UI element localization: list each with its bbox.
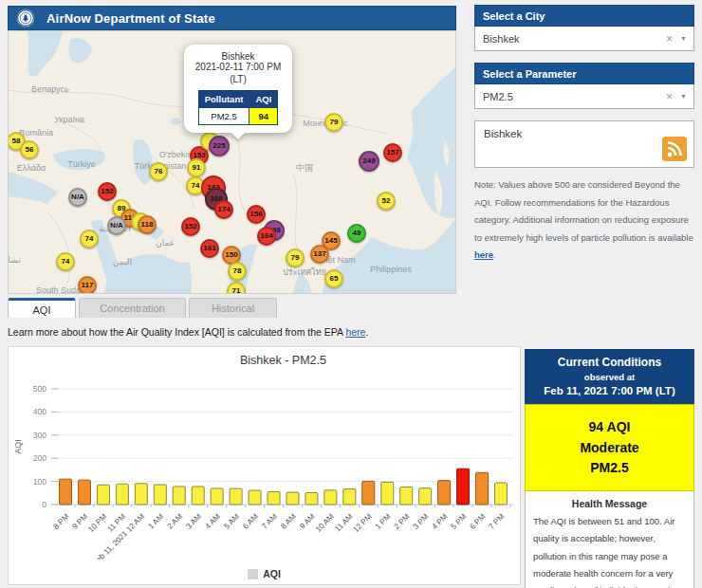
app-title: AirNow Department of State bbox=[46, 11, 215, 26]
aqi-marker[interactable]: 174 bbox=[214, 200, 233, 219]
learn-more-text: Learn more about how the Air Quality Ind… bbox=[8, 326, 345, 338]
note-link[interactable]: here bbox=[474, 249, 493, 260]
aqi-marker[interactable]: 164 bbox=[257, 227, 276, 246]
aqi-marker[interactable]: 156 bbox=[247, 205, 266, 224]
legend-swatch bbox=[248, 569, 258, 579]
learn-more-link[interactable]: here bbox=[345, 326, 365, 338]
city-widget-header: Select a City bbox=[474, 5, 694, 27]
aqi-marker[interactable]: 157 bbox=[383, 143, 402, 162]
aqi-marker[interactable]: 152 bbox=[98, 182, 117, 201]
city-select-value: Bishkek bbox=[483, 28, 666, 50]
aqi-map[interactable]: БеларусьУкраїнаRomâniaΕλλάδαTürkiyeO'zbe… bbox=[8, 30, 456, 294]
conditions-title: Current Conditions bbox=[528, 356, 691, 369]
svg-text:4 AM: 4 AM bbox=[203, 512, 222, 531]
aqi-marker[interactable]: 118 bbox=[138, 215, 157, 234]
tab-concentration[interactable]: Concentration bbox=[79, 298, 186, 318]
aqi-marker[interactable]: 71 bbox=[227, 282, 246, 294]
aqi-marker[interactable]: 65 bbox=[324, 269, 343, 288]
conditions-category: Moderate bbox=[526, 438, 693, 459]
aqi-marker[interactable]: 137 bbox=[310, 245, 329, 264]
aqi-marker[interactable]: 79 bbox=[324, 113, 343, 132]
chart-panel: 01002003004005008 PM9 PM10 PM11 PMFeb 11… bbox=[8, 346, 521, 585]
aqi-marker[interactable]: 117 bbox=[78, 276, 97, 294]
svg-text:10 PM: 10 PM bbox=[86, 512, 108, 534]
chart-legend: AQI bbox=[9, 568, 520, 579]
conditions-header: Current Conditions observed at Feb 11, 2… bbox=[525, 349, 694, 404]
note-text: Note: Values above 500 are considered Be… bbox=[474, 176, 695, 265]
parameter-select-value: PM2.5 bbox=[483, 85, 666, 108]
map-label: Türkiye bbox=[67, 159, 96, 169]
svg-text:300: 300 bbox=[33, 431, 46, 440]
svg-text:4 PM: 4 PM bbox=[431, 512, 450, 531]
feed-box: Bishkek bbox=[474, 120, 694, 168]
map-label: اليمن bbox=[113, 257, 132, 266]
aqi-marker[interactable]: 56 bbox=[20, 140, 39, 159]
aqi-marker[interactable]: 49 bbox=[347, 224, 366, 243]
popup-pollutant-value: PM2.5 bbox=[198, 108, 249, 125]
city-clear-icon[interactable]: × bbox=[666, 28, 673, 50]
svg-text:8 AM: 8 AM bbox=[279, 512, 298, 531]
tab-historical[interactable]: Historical bbox=[189, 298, 277, 318]
map-label: Philippines bbox=[370, 265, 412, 274]
popup-table: Pollutant AQI PM2.5 94 bbox=[198, 90, 279, 125]
svg-text:5 PM: 5 PM bbox=[450, 512, 469, 531]
map-label: Беларусь bbox=[31, 84, 68, 94]
dos-seal-icon bbox=[16, 9, 35, 28]
svg-text:1 PM: 1 PM bbox=[374, 512, 393, 531]
svg-text:AQI: AQI bbox=[13, 439, 23, 454]
svg-text:100: 100 bbox=[33, 477, 46, 487]
city-select[interactable]: Bishkek × ▼ bbox=[474, 27, 694, 51]
svg-text:10 AM: 10 AM bbox=[314, 512, 336, 534]
svg-text:7 PM: 7 PM bbox=[488, 512, 507, 531]
aqi-marker[interactable]: 79 bbox=[286, 248, 305, 267]
aqi-marker[interactable]: 52 bbox=[377, 192, 396, 211]
conditions-observed-at: observed at bbox=[528, 372, 691, 382]
svg-text:1 AM: 1 AM bbox=[147, 512, 166, 531]
aqi-marker[interactable]: 152 bbox=[181, 217, 200, 236]
map-popup: Bishkek 2021-02-11 7:00 PM (LT) Pollutan… bbox=[184, 45, 292, 133]
city-widget: Select a City Bishkek × ▼ bbox=[474, 5, 694, 51]
map-label: 中国 bbox=[296, 162, 313, 175]
conditions-pollutant: PM2.5 bbox=[526, 458, 693, 479]
aqi-marker[interactable]: N/A bbox=[68, 188, 87, 207]
note-suffix: . bbox=[493, 249, 496, 260]
tab-bar: AQI Concentration Historical bbox=[8, 298, 277, 318]
map-label: تشاد bbox=[8, 255, 21, 265]
svg-text:500: 500 bbox=[33, 384, 46, 394]
aqi-marker[interactable]: 161 bbox=[200, 239, 219, 258]
aqi-marker[interactable]: 74 bbox=[56, 252, 75, 271]
rss-icon[interactable] bbox=[662, 137, 687, 161]
popup-aqi-value: 94 bbox=[249, 108, 278, 125]
city-caret-icon[interactable]: ▼ bbox=[680, 28, 687, 50]
parameter-widget-header: Select a Parameter bbox=[474, 63, 694, 84]
map-label: عمان bbox=[156, 238, 175, 248]
app-header: AirNow Department of State bbox=[8, 6, 456, 30]
tab-aqi[interactable]: AQI bbox=[8, 298, 76, 318]
aqi-marker[interactable]: 249 bbox=[359, 151, 379, 172]
svg-text:7 AM: 7 AM bbox=[260, 512, 279, 531]
learn-more: Learn more about how the Air Quality Ind… bbox=[8, 326, 368, 338]
aqi-bar-chart: 01002003004005008 PM9 PM10 PM11 PMFeb 11… bbox=[9, 347, 520, 560]
svg-text:3 PM: 3 PM bbox=[412, 512, 431, 531]
learn-more-suffix: . bbox=[365, 326, 368, 338]
parameter-select[interactable]: PM2.5 × ▼ bbox=[474, 84, 694, 109]
svg-text:3 AM: 3 AM bbox=[185, 512, 204, 531]
aqi-marker[interactable]: 91 bbox=[187, 158, 206, 177]
map-label: ประเทศไทย bbox=[283, 266, 326, 279]
parameter-caret-icon[interactable]: ▼ bbox=[680, 85, 687, 108]
aqi-marker[interactable]: 74 bbox=[80, 230, 99, 248]
svg-text:8 PM: 8 PM bbox=[52, 512, 71, 531]
svg-text:400: 400 bbox=[33, 407, 46, 416]
svg-text:200: 200 bbox=[33, 453, 46, 463]
aqi-marker[interactable]: 76 bbox=[149, 162, 168, 181]
aqi-marker[interactable]: 78 bbox=[228, 262, 247, 281]
page: AirNow Department of State bbox=[0, 0, 702, 588]
svg-text:12 PM: 12 PM bbox=[352, 512, 374, 534]
note-body: Note: Values above 500 are considered Be… bbox=[474, 179, 693, 243]
svg-text:2 PM: 2 PM bbox=[393, 512, 412, 531]
aqi-marker[interactable]: 225 bbox=[209, 136, 230, 156]
parameter-widget: Select a Parameter PM2.5 × ▼ bbox=[474, 63, 694, 109]
aqi-marker[interactable]: N/A bbox=[107, 216, 126, 235]
svg-text:11 AM: 11 AM bbox=[333, 512, 354, 533]
parameter-clear-icon[interactable]: × bbox=[666, 85, 673, 108]
